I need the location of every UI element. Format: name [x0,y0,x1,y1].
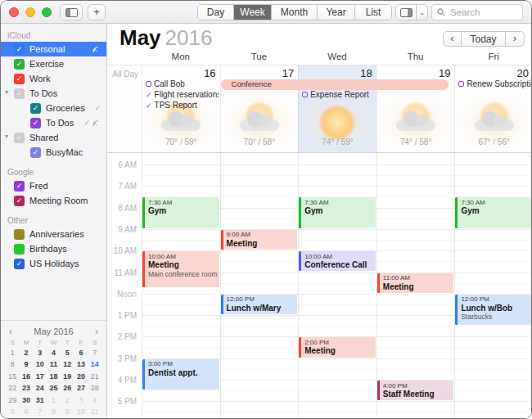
event-meeting[interactable]: 2:00 PMMeeting [299,337,376,357]
mini-calendar-day[interactable]: 1 [47,395,61,406]
mini-calendar-day[interactable]: 5 [6,407,20,417]
mini-calendar-day[interactable]: 29 [6,395,20,406]
mini-calendar-day[interactable]: 20 [74,372,88,382]
mini-calendar-day[interactable]: 23 [20,383,34,394]
all-day-column-wed[interactable]: 18Expense Report74° / 59° [298,65,376,152]
mini-calendar-day[interactable]: 9 [20,359,34,370]
mini-calendar-day[interactable]: 3 [33,348,47,358]
mini-calendar-day[interactable]: 11 [88,407,101,417]
mini-calendar-day[interactable]: 2 [61,395,74,406]
mini-calendar-day[interactable]: 19 [61,372,74,382]
all-day-column-mon[interactable]: 16Call Bob✓Flight reservations✓TPS Repor… [142,65,220,152]
time-grid[interactable]: 6 AM7 AM8 AM9 AM10 AM11 AMNoon1 PM2 PM3 … [107,153,532,419]
search-field[interactable] [431,4,523,20]
mini-calendar-day[interactable]: 30 [20,395,34,406]
event-gym[interactable]: 7:30 AMGym [455,197,532,228]
calendar-checkbox[interactable]: ✓ [30,118,41,128]
close-button[interactable] [9,7,19,17]
calendar-checkbox[interactable] [14,244,25,255]
all-day-event-conference[interactable]: Conference [221,79,449,90]
sidebar-item-shared[interactable]: ▾✓Shared [1,130,106,145]
sidebar-toggle-button[interactable] [60,4,83,20]
event-lunch-w-bob[interactable]: 12:00 PMLunch w/BobStarbucks [455,295,532,325]
calendar-checkbox[interactable]: ✓ [14,44,25,55]
calendar-checkbox[interactable]: ✓ [14,181,25,191]
mini-calendar-day[interactable]: 22 [6,383,20,394]
next-week-button[interactable]: › [506,32,524,46]
today-button[interactable]: Today [462,32,506,46]
all-day-item[interactable]: ✓Flight reservations [146,90,219,99]
event-meeting[interactable]: 9:00 AMMeeting [221,230,298,250]
mini-calendar-day[interactable]: 27 [74,383,88,394]
disclosure-triangle-icon[interactable]: ▾ [5,88,8,96]
sidebar-item-birthdays[interactable]: Birthdays [1,241,106,256]
calendar-checkbox[interactable]: ✓ [30,103,41,114]
all-day-column-fri[interactable]: 20Renew Subscription67° / 56° [454,65,532,152]
sidebar-item-meeting-room[interactable]: ✓Meeting Room [1,193,106,208]
mini-calendar-day[interactable]: 18 [47,372,61,382]
mini-calendar-day[interactable]: 21 [88,372,101,382]
calendar-checkbox[interactable]: ✓ [14,59,25,70]
mini-calendar-day[interactable]: 7 [88,348,101,358]
mini-calendar-day[interactable]: 8 [47,407,61,417]
view-tab-list[interactable]: List [355,5,391,20]
calendar-checkbox[interactable]: ✓ [14,196,25,206]
view-tab-year[interactable]: Year [318,5,355,20]
mini-calendar-day[interactable]: 31 [33,395,47,406]
view-tab-week[interactable]: Week [234,5,272,20]
chevron-down-icon[interactable]: ⌄ [416,5,427,20]
zoom-button[interactable] [42,7,52,17]
mini-calendar-day[interactable]: 4 [47,348,61,358]
view-tab-day[interactable]: Day [198,5,234,20]
event-gym[interactable]: 7:30 AMGym [299,197,376,228]
mini-calendar-day[interactable]: 25 [47,383,61,394]
mini-calendar-day[interactable]: 2 [20,348,34,358]
mini-calendar-day[interactable]: 4 [88,395,101,406]
all-day-column-thu[interactable]: 1974° / 58° [376,65,455,152]
mini-calendar-day[interactable]: 8 [6,359,20,370]
mini-calendar-day[interactable]: 3 [74,395,88,406]
mini-calendar-day[interactable]: 24 [33,383,47,394]
mini-calendar-day[interactable]: 13 [74,359,88,370]
event-gym[interactable]: 7:30 AMGym [142,197,219,228]
search-input[interactable] [449,7,506,18]
sidebar-item-work[interactable]: ✓Work [1,71,106,86]
calendar-checkbox[interactable]: ✓ [14,74,25,84]
new-event-button[interactable]: + [88,4,106,20]
sidebar-item-to-dos[interactable]: ▾✓To Dos [1,86,106,101]
event-meeting[interactable]: 10:00 AMMeetingMain conference room [142,251,219,287]
all-day-item[interactable]: ✓TPS Report [146,101,219,110]
sidebar-item-anniversaries[interactable]: Anniversaries [1,227,106,241]
event-lunch-w-mary[interactable]: 12:00 PMLunch w/Mary [221,295,298,314]
sidebar-item-busymac[interactable]: ✓BusyMac [1,145,106,160]
view-tab-month[interactable]: Month [272,5,318,20]
all-day-item[interactable]: Call Bob [146,79,219,88]
sidebar-item-groceries[interactable]: ✓Groceries✓ [1,101,106,115]
event-staff-meeting[interactable]: 4:00 PMStaff Meeting [377,381,454,400]
minimize-button[interactable] [25,7,35,17]
inspector-toggle-button[interactable]: ⌄ [395,4,428,20]
disclosure-triangle-icon[interactable]: ▾ [5,133,8,140]
mini-calendar-day[interactable]: 5 [61,348,74,358]
mini-calendar-day[interactable]: 6 [20,407,34,417]
mini-calendar-day[interactable]: 15 [6,372,20,382]
mini-calendar-day[interactable]: 12 [61,359,74,370]
mini-calendar-day[interactable]: 16 [20,372,34,382]
mini-calendar-day[interactable]: 9 [61,407,74,417]
sidebar-item-fred[interactable]: ✓Fred [1,178,106,193]
mini-calendar-day[interactable]: 10 [33,359,47,370]
mini-calendar-day[interactable]: 6 [74,348,88,358]
mini-prev-month-button[interactable]: ‹ [6,327,16,336]
all-day-item[interactable]: Renew Subscription [458,79,531,88]
prev-week-button[interactable]: ‹ [444,32,462,46]
all-day-item[interactable]: Expense Report [302,90,375,99]
mini-calendar-day[interactable]: 28 [88,383,101,394]
calendar-checkbox[interactable]: ✓ [14,133,25,143]
event-meeting[interactable]: 11:00 AMMeeting [377,273,454,293]
mini-next-month-button[interactable]: › [92,327,101,336]
mini-calendar-day[interactable]: 26 [61,383,74,394]
event-dentist-appt-[interactable]: 3:00 PMDentist appt. [142,359,219,390]
all-day-column-tue[interactable]: 1770° / 58° [220,65,299,152]
calendar-checkbox[interactable]: ✓ [14,259,25,269]
sidebar-item-personal[interactable]: ✓Personal [1,42,106,56]
